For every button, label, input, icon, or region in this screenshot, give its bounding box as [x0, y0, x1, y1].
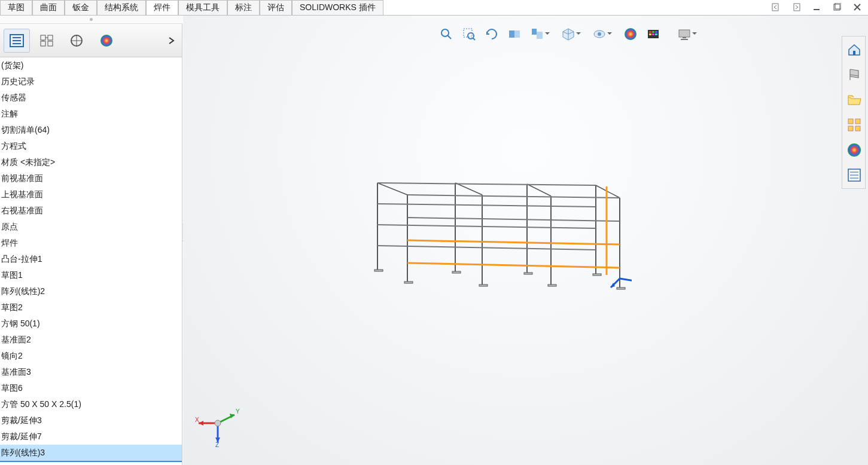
- previous-view-icon[interactable]: [483, 25, 501, 43]
- svg-line-71: [527, 184, 551, 196]
- tree-item[interactable]: 原点: [0, 219, 182, 235]
- svg-rect-1: [794, 4, 800, 11]
- svg-line-73: [377, 183, 596, 185]
- svg-line-79: [407, 240, 620, 244]
- svg-point-31: [598, 32, 601, 36]
- custom-props-icon[interactable]: [843, 164, 865, 186]
- tab-mold-tools[interactable]: 模具工具: [178, 0, 227, 16]
- property-manager-tab-icon[interactable]: [33, 29, 60, 53]
- svg-point-20: [100, 35, 112, 47]
- svg-point-92: [215, 420, 221, 426]
- appearance-manager-tab-icon[interactable]: [93, 29, 120, 53]
- render-icon[interactable]: [644, 25, 662, 43]
- svg-rect-59: [593, 274, 601, 276]
- tab-structure-system[interactable]: 结构系统: [97, 0, 146, 16]
- view-palette-icon[interactable]: [843, 114, 865, 136]
- panel-drag-handle[interactable]: [0, 16, 182, 24]
- tab-addins[interactable]: SOLIDWORKS 插件: [292, 0, 383, 16]
- minimize-button[interactable]: [811, 1, 823, 13]
- dynamic-zoom-icon[interactable]: [528, 25, 546, 43]
- tree-item[interactable]: 方管 50 X 50 X 2.5(1): [0, 396, 182, 412]
- tree-item[interactable]: 前视基准面: [0, 170, 182, 186]
- tree-item[interactable]: 焊件: [0, 235, 182, 251]
- appearances-icon[interactable]: [843, 139, 865, 161]
- tree-item[interactable]: 切割清单(64): [0, 122, 182, 138]
- tree-item[interactable]: (货架): [0, 57, 182, 74]
- tree-item[interactable]: 草图1: [0, 267, 182, 283]
- svg-line-78: [407, 218, 620, 221]
- panel-expand-icon[interactable]: [165, 34, 178, 47]
- close-button[interactable]: [851, 1, 863, 13]
- tree-item[interactable]: 材质 <未指定>: [0, 154, 182, 170]
- svg-line-82: [620, 279, 632, 282]
- svg-line-25: [473, 38, 475, 40]
- doc-next-icon[interactable]: [790, 1, 802, 13]
- tree-item[interactable]: 凸台-拉伸1: [0, 251, 182, 267]
- svg-point-48: [848, 143, 861, 157]
- svg-rect-45: [855, 119, 860, 124]
- tree-item[interactable]: 阵列(线性)3: [0, 445, 182, 462]
- triad-y-label: Y: [236, 408, 240, 415]
- svg-rect-14: [48, 41, 53, 46]
- svg-rect-34: [649, 31, 651, 33]
- svg-rect-36: [655, 31, 657, 33]
- triad-x-label: X: [195, 417, 199, 423]
- home-icon[interactable]: [843, 39, 865, 60]
- tab-evaluate[interactable]: 评估: [260, 0, 292, 16]
- app-root: 草图 曲面 钣金 结构系统 焊件 模具工具 标注 评估 SOLIDWORKS 插…: [0, 0, 868, 465]
- svg-marker-87: [199, 421, 203, 426]
- panel-toolbar: [0, 24, 182, 57]
- tab-sketch[interactable]: 草图: [0, 0, 32, 16]
- tree-item[interactable]: 注解: [0, 106, 182, 122]
- zoom-area-icon[interactable]: [460, 25, 478, 43]
- section-view-icon[interactable]: [505, 25, 523, 43]
- tree-item[interactable]: 基准面2: [0, 332, 182, 348]
- resources-icon[interactable]: [843, 64, 865, 85]
- view-orientation-icon[interactable]: [559, 25, 577, 43]
- tree-item[interactable]: 右视基准面: [0, 203, 182, 219]
- feature-manager-panel: (货架) 历史记录 传感器 注解 切割清单(64) 方程式 材质 <未指定> 前…: [0, 24, 182, 465]
- zoom-fit-icon[interactable]: [437, 25, 455, 43]
- configuration-manager-tab-icon[interactable]: [63, 29, 90, 53]
- tree-item[interactable]: 方钢 50(1): [0, 316, 182, 332]
- svg-rect-44: [848, 119, 853, 124]
- tab-sheetmetal[interactable]: 钣金: [65, 0, 97, 16]
- feature-manager-tab-icon[interactable]: [4, 29, 30, 53]
- monitor-icon[interactable]: [675, 25, 693, 43]
- graphics-viewport[interactable]: X Y Z: [183, 16, 868, 465]
- tree-item[interactable]: 基准面3: [0, 364, 182, 380]
- scene-icon[interactable]: [622, 25, 639, 43]
- display-style-icon[interactable]: [590, 25, 608, 43]
- tab-dimxpert[interactable]: 标注: [227, 0, 260, 16]
- svg-line-75: [377, 225, 596, 228]
- svg-rect-53: [374, 270, 383, 271]
- tree-item[interactable]: 阵列(线性)2: [0, 283, 182, 299]
- tree-item[interactable]: 历史记录: [0, 74, 182, 90]
- svg-point-32: [625, 28, 636, 40]
- tree-item[interactable]: 草图2: [0, 299, 182, 316]
- svg-rect-39: [655, 33, 657, 35]
- svg-rect-11: [41, 35, 45, 40]
- doc-prev-icon[interactable]: [770, 1, 782, 13]
- svg-line-77: [407, 195, 620, 198]
- feature-tree[interactable]: (货架) 历史记录 传感器 注解 切割清单(64) 方程式 材质 <未指定> 前…: [0, 57, 182, 465]
- tree-item[interactable]: 方程式: [0, 138, 182, 154]
- tree-item[interactable]: 草图6: [0, 380, 182, 396]
- tree-item[interactable]: 剪裁/延伸3: [0, 412, 182, 429]
- svg-line-80: [407, 263, 620, 268]
- orientation-triad[interactable]: X Y Z: [194, 399, 242, 447]
- tab-surfaces[interactable]: 曲面: [32, 0, 65, 16]
- svg-line-72: [596, 185, 620, 198]
- tree-item[interactable]: 剪裁/延伸7: [0, 429, 182, 445]
- svg-rect-26: [509, 30, 514, 38]
- tab-weldments[interactable]: 焊件: [146, 0, 178, 16]
- model-view[interactable]: [368, 165, 632, 290]
- open-icon[interactable]: [843, 89, 865, 111]
- svg-rect-12: [48, 35, 53, 40]
- maximize-button[interactable]: [831, 1, 843, 13]
- svg-line-69: [377, 183, 407, 195]
- tree-item[interactable]: 镜向2: [0, 348, 182, 364]
- svg-rect-47: [855, 126, 860, 131]
- tree-item[interactable]: 传感器: [0, 90, 182, 106]
- tree-item[interactable]: 上视基准面: [0, 186, 182, 203]
